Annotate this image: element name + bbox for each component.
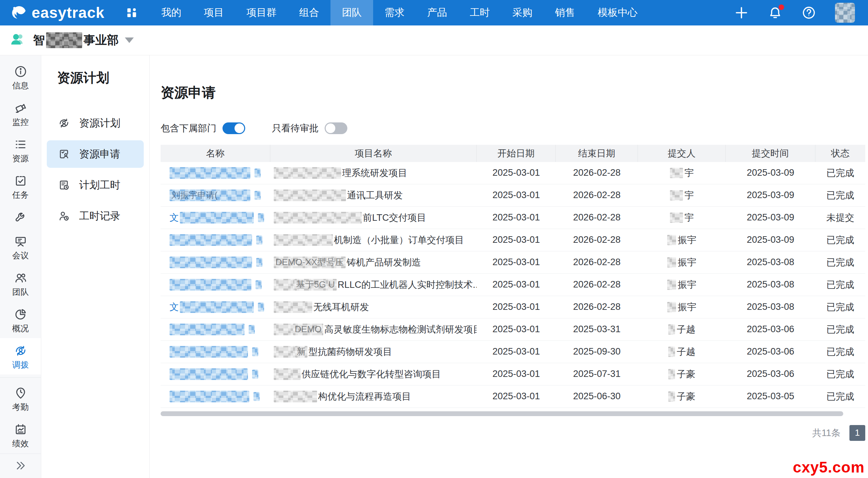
rail-item[interactable]: 信息 [0,59,41,95]
table-row[interactable]: 理系统研发项目2025-03-012026-02-28宇2025-03-09已完… [161,162,865,184]
request-name-cell[interactable] [161,363,270,385]
submitter-blurred [668,369,675,379]
top-nav-item[interactable]: 组合 [288,0,330,25]
rail-item[interactable]: 监控 [0,95,41,132]
top-nav-item[interactable]: 项目群 [235,0,288,25]
page-title: 资源申请 [161,83,868,102]
table-row[interactable]: 基于5G URLLC的工业机器人实时控制技术...2025-03-012026-… [161,274,865,296]
table-row[interactable]: 机制造（小批量）订单交付项目2025-03-012026-02-28振宇2025… [161,229,865,251]
submitter-name: 宇 [685,167,694,179]
submitter-name: 振宇 [678,279,696,291]
table-row[interactable]: DEMO高灵敏度生物标志物检测试剂研发项目2025-03-012025-03-3… [161,318,865,341]
request-name-blur-tail [258,213,264,222]
submitter-name: 子越 [677,323,695,336]
request-name-cell[interactable] [161,318,270,340]
table-row[interactable]: 文无线耳机研发2025-03-012026-02-28振宇2025-03-08已… [161,296,865,318]
request-name-cell[interactable]: 文 [161,296,270,318]
table-row[interactable]: 新型抗菌药物研发项目2025-03-012025-09-30子越2025-03-… [161,341,865,363]
request-name-cell[interactable] [161,229,270,251]
filter-label: 只看待审批 [272,122,318,134]
start-date: 2025-03-01 [477,296,556,318]
project-name-cell: 前LTC交付项目 [270,207,477,229]
rail-item[interactable] [0,205,41,229]
submit-time: 2025-03-06 [726,318,815,340]
submitter-blurred [667,280,676,290]
submitter-cell: 宇 [638,184,726,206]
end-date: 2026-02-28 [556,296,638,318]
project-name-cell: DEMO-XX型号压铸机产品研发制造 [270,251,477,273]
project-name-cell: 构优化与流程再造项目 [270,385,477,408]
top-nav-item[interactable]: 工时 [458,0,501,25]
monitor-icon [14,101,28,115]
start-date: 2025-03-01 [477,251,556,273]
rail-item[interactable]: 资源 [0,132,41,168]
top-nav-item[interactable]: 团队 [330,0,373,25]
status-text: 已完成 [815,162,865,184]
rail-item[interactable]: 团队 [0,265,41,302]
app-logo[interactable]: easytrack [0,3,105,22]
request-name-cell[interactable] [161,251,270,273]
rail-item[interactable]: 概况 [0,302,41,338]
rail-item[interactable]: 绩效 [0,417,41,453]
apps-grid-icon[interactable] [125,6,138,19]
rail-divider [0,377,41,378]
request-name-blur-tail [254,169,261,177]
request-name-blurred [180,301,254,313]
project-name-cell: 无线耳机研发 [270,296,477,318]
submitter-blurred [668,347,675,357]
request-name-cell[interactable] [161,341,270,363]
start-date: 2025-03-01 [477,229,556,251]
start-date: 2025-03-01 [477,184,556,206]
caret-down-icon[interactable] [125,37,134,43]
request-name-cell[interactable] [161,162,270,184]
request-name-cell[interactable]: 文 [161,207,270,229]
table-row[interactable]: 刘振宇申请(通讯工具研发2025-03-012026-02-28宇2025-03… [161,184,865,207]
project-name-blurred [274,189,346,201]
top-nav-item[interactable]: 需求 [373,0,416,25]
submitter-cell: 振宇 [638,274,726,296]
rail-item[interactable]: 任务 [0,168,41,205]
sidebar-item[interactable]: 资源计划 [47,109,144,137]
horizontal-scrollbar[interactable] [161,411,843,416]
request-name-cell[interactable] [161,274,270,296]
avatar[interactable] [835,3,855,23]
submitter-cell: 子越 [638,318,726,340]
rail-item-label: 任务 [12,191,29,199]
submitter-name: 子豪 [677,368,695,380]
table-row[interactable]: 构优化与流程再造项目2025-03-012025-06-30子豪2025-03-… [161,385,865,408]
sidebar-item[interactable]: 资源申请 [47,140,144,168]
request-name-blur-tail [252,347,258,356]
double-chevron-right-icon[interactable] [14,459,27,473]
rail-item[interactable]: 调拨 [0,338,41,374]
department-selector[interactable]: 智 事业部 [33,32,134,48]
submitter-blurred [670,213,683,223]
toggle-switch[interactable] [325,122,347,134]
request-name-cell[interactable] [161,385,270,408]
top-nav-item[interactable]: 销售 [544,0,586,25]
status-text: 已完成 [815,385,865,408]
top-nav-item[interactable]: 模板中心 [586,0,649,25]
rail-item[interactable]: 会议 [0,229,41,265]
request-name-blur-tail [256,236,262,245]
plus-icon[interactable] [734,5,749,20]
top-nav-item[interactable]: 采购 [501,0,544,25]
help-icon[interactable] [801,5,816,20]
toggle-switch[interactable] [223,122,245,134]
table-row[interactable]: 供应链优化与数字化转型咨询项目2025-03-012025-07-31子豪202… [161,363,865,385]
page-number-button[interactable]: 1 [849,425,865,441]
table-row[interactable]: DEMO-XX型号压铸机产品研发制造2025-03-012026-02-28振宇… [161,251,865,274]
request-name-cell[interactable]: 刘振宇申请( [161,184,270,206]
top-nav-item[interactable]: 我的 [150,0,193,25]
top-bar: easytrack 我的项目项目群组合团队需求产品工时采购销售模板中心 [0,0,868,25]
top-nav-item[interactable]: 项目 [193,0,235,25]
sidebar-item[interactable]: 计划工时 [47,171,144,199]
top-nav-item[interactable]: 产品 [416,0,458,25]
table-row[interactable]: 文前LTC交付项目2025-03-012026-02-28宇2025-03-09… [161,207,865,229]
rail-item[interactable]: 考勤 [0,380,41,417]
notification-badge [779,4,784,10]
bell-icon[interactable] [768,5,783,20]
sidebar-item[interactable]: 工时记录 [47,202,144,230]
end-date: 2026-02-28 [556,207,638,229]
list-icon [14,138,28,151]
team-icon [14,271,28,285]
